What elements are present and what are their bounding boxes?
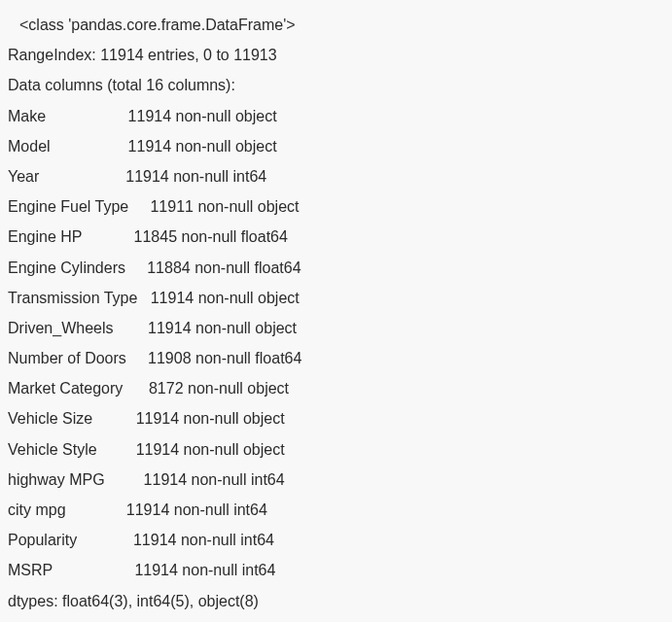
column-info: 11914 non-null int64 bbox=[144, 471, 285, 488]
column-info: 11914 non-null int64 bbox=[134, 562, 275, 578]
column-row: Vehicle Size 11914 non-null object bbox=[8, 403, 664, 433]
column-row: Model 11914 non-null object bbox=[8, 131, 664, 161]
column-name: MSRP bbox=[8, 562, 134, 578]
column-row: Transmission Type 11914 non-null object bbox=[8, 283, 664, 313]
column-row: Number of Doors 11908 non-null float64 bbox=[8, 343, 664, 373]
column-info: 11914 non-null object bbox=[128, 138, 277, 155]
column-row: Driven_Wheels 11914 non-null object bbox=[8, 313, 664, 343]
column-name: city mpg bbox=[8, 501, 126, 518]
column-name: Engine Fuel Type bbox=[8, 198, 150, 215]
column-row: MSRP 11914 non-null int64 bbox=[8, 555, 664, 585]
column-row: Engine Fuel Type 11911 non-null object bbox=[8, 191, 664, 222]
column-name: Make bbox=[8, 108, 128, 124]
column-name: Model bbox=[8, 138, 128, 155]
column-info: 11914 non-null int64 bbox=[133, 532, 274, 548]
dtypes-line: dtypes: float64(3), int64(5), object(8) bbox=[8, 586, 664, 616]
range-index-line: RangeIndex: 11914 entries, 0 to 11913 bbox=[8, 40, 664, 70]
column-row: Vehicle Style 11914 non-null object bbox=[8, 434, 664, 465]
column-info: 11914 non-null int64 bbox=[126, 501, 267, 518]
class-line: <class 'pandas.core.frame.DataFrame'> bbox=[8, 10, 664, 40]
column-info: 11914 non-null int64 bbox=[125, 168, 266, 185]
column-name: Number of Doors bbox=[8, 350, 148, 366]
column-row: highway MPG 11914 non-null int64 bbox=[8, 465, 664, 495]
column-name: Market Category bbox=[8, 380, 149, 397]
column-name: Engine Cylinders bbox=[8, 259, 147, 276]
column-name: Year bbox=[8, 168, 125, 185]
column-info: 11914 non-null object bbox=[148, 320, 297, 336]
column-row: city mpg 11914 non-null int64 bbox=[8, 495, 664, 525]
column-row: Engine Cylinders 11884 non-null float64 bbox=[8, 253, 664, 283]
column-row: Popularity 11914 non-null int64 bbox=[8, 525, 664, 555]
column-info: 11908 non-null float64 bbox=[148, 350, 301, 366]
columns-list: Make 11914 non-null objectModel 11914 no… bbox=[8, 101, 664, 586]
column-name: Vehicle Style bbox=[8, 441, 136, 458]
column-info: 11914 non-null object bbox=[151, 290, 300, 306]
column-row: Engine HP 11845 non-null float64 bbox=[8, 222, 664, 252]
column-name: highway MPG bbox=[8, 471, 144, 488]
column-info: 11911 non-null object bbox=[150, 198, 299, 215]
column-name: Vehicle Size bbox=[8, 410, 136, 427]
column-info: 11845 non-null float64 bbox=[134, 228, 288, 245]
column-info: 11884 non-null float64 bbox=[147, 259, 301, 276]
dataframe-info-output: <class 'pandas.core.frame.DataFrame'> Ra… bbox=[8, 10, 664, 622]
column-info: 11914 non-null object bbox=[136, 441, 285, 458]
column-name: Popularity bbox=[8, 532, 133, 548]
column-name: Transmission Type bbox=[8, 290, 151, 306]
memory-usage-line: memory usage: 1.5+ MB bbox=[8, 616, 664, 622]
column-row: Market Category 8172 non-null object bbox=[8, 373, 664, 403]
column-row: Year 11914 non-null int64 bbox=[8, 161, 664, 191]
column-row: Make 11914 non-null object bbox=[8, 101, 664, 131]
column-info: 11914 non-null object bbox=[128, 108, 277, 124]
column-name: Engine HP bbox=[8, 228, 134, 245]
column-info: 8172 non-null object bbox=[149, 380, 289, 397]
column-name: Driven_Wheels bbox=[8, 320, 148, 336]
column-info: 11914 non-null object bbox=[136, 410, 285, 427]
data-columns-line: Data columns (total 16 columns): bbox=[8, 70, 664, 100]
